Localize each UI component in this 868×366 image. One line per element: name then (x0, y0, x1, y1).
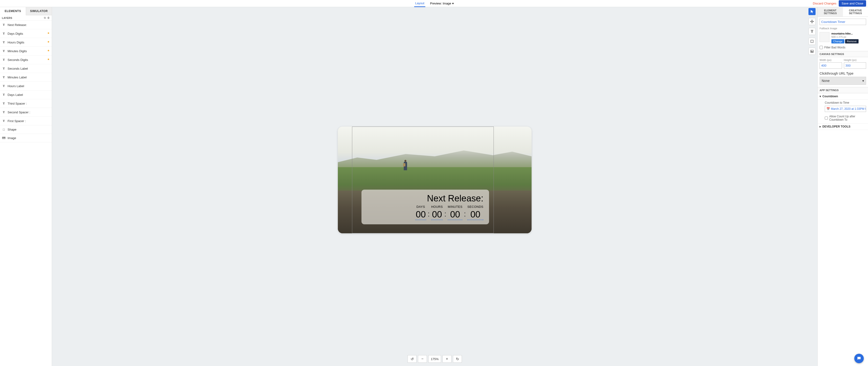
topbar: Layout Preview: Image ▾ Discard Changes … (0, 0, 868, 7)
zoom-in-button[interactable]: + (442, 355, 452, 363)
text-tool[interactable]: T (808, 28, 815, 35)
counter-unit[interactable]: HOURS00 (431, 205, 443, 220)
zoom-percent[interactable]: 175% (428, 355, 441, 363)
height-input[interactable] (844, 62, 866, 69)
countdown-accordion[interactable]: ▾ Countdown (818, 93, 868, 100)
layer-label: Hours Label (7, 84, 50, 88)
layout-tab[interactable]: Layout (414, 0, 425, 7)
image-icon (2, 136, 6, 140)
layer-item[interactable]: □Shape (0, 125, 52, 134)
text-icon: T (2, 40, 6, 44)
counter-unit[interactable]: MINUTES00 (448, 205, 462, 220)
fallback-dimensions: 500 x 275 px (831, 35, 866, 38)
counter-unit[interactable]: SECONDS00 (467, 205, 484, 220)
layer-item[interactable]: TSeconds Digits (0, 56, 52, 64)
discard-changes-button[interactable]: Discard Changes (813, 2, 837, 5)
text-icon: T (2, 110, 6, 114)
layer-label: Shape (7, 128, 50, 131)
text-icon: T (2, 75, 6, 79)
layer-item[interactable]: THours Digits (0, 38, 52, 47)
image-tool[interactable] (808, 48, 815, 55)
layer-item[interactable]: TSecond Spacer : (0, 108, 52, 117)
tab-creative-settings[interactable]: CREATIVE SETTINGS (843, 7, 868, 17)
save-and-close-button[interactable]: Save and Close (839, 0, 866, 7)
layer-item[interactable]: TThird Spacer : (0, 99, 52, 108)
zoom-out-button[interactable]: − (418, 355, 427, 363)
unit-digits[interactable]: 00 (415, 209, 426, 220)
topbar-actions: Discard Changes Save and Close (813, 0, 866, 7)
layer-item[interactable]: TDays Digits (0, 29, 52, 38)
text-icon: T (2, 84, 6, 88)
svg-point-1 (3, 137, 3, 138)
layer-label: Minutes Digits (7, 49, 45, 53)
move-tool[interactable] (808, 18, 815, 25)
width-input[interactable] (819, 62, 842, 69)
remove-image-button[interactable]: Remove (845, 39, 859, 43)
text-icon: T (2, 93, 6, 97)
countdown-date-value: March 27, 2020 at 1:33PM UTC -05 (831, 107, 866, 110)
layer-label: First Spacer : (7, 119, 50, 123)
layer-label: Image (7, 136, 50, 140)
layer-label: Second Spacer : (7, 110, 50, 114)
hiker-figure (404, 162, 407, 170)
svg-rect-6 (858, 358, 860, 359)
shape-tool[interactable] (808, 38, 815, 45)
creative-name-input[interactable] (819, 19, 866, 25)
change-image-button[interactable]: Change (831, 39, 844, 43)
rotate-right-button[interactable]: ↻ (453, 355, 462, 363)
canvas-area: Next Release: DAYS00:HOURS00:MINUTES00:S… (52, 7, 817, 366)
layer-item[interactable]: Image (0, 134, 52, 142)
fallback-thumbnail[interactable] (819, 32, 830, 42)
unit-label: MINUTES (448, 205, 462, 208)
caret-down-icon: ▾ (862, 79, 864, 82)
countdown-date-input[interactable]: 📅 March 27, 2020 at 1:33PM UTC -05 (825, 106, 866, 112)
tab-element-settings[interactable]: ELEMENT SETTINGS (818, 7, 843, 17)
caret-down-icon: ▾ (452, 2, 454, 5)
canvas-tool-strip: T (808, 8, 815, 55)
filter-bad-words-checkbox[interactable] (819, 46, 823, 49)
unit-digits[interactable]: 00 (431, 209, 443, 220)
layer-item[interactable]: TDays Label (0, 91, 52, 99)
duplicate-icon[interactable]: ⧉ (44, 16, 46, 20)
headline-text[interactable]: Next Release: (367, 193, 484, 204)
allow-countup-checkbox[interactable] (825, 117, 828, 120)
dynamic-badge-icon (47, 41, 50, 44)
unit-label: DAYS (415, 205, 426, 208)
select-tool[interactable] (808, 8, 815, 15)
svg-point-4 (811, 51, 812, 51)
separator: : (464, 205, 466, 219)
countdown-overlay[interactable]: Next Release: DAYS00:HOURS00:MINUTES00:S… (362, 190, 489, 224)
chat-fab[interactable] (854, 354, 864, 363)
svg-rect-2 (811, 40, 813, 43)
unit-digits[interactable]: 00 (467, 209, 484, 220)
counter-unit[interactable]: DAYS00 (415, 205, 426, 220)
height-label: Height (px) (844, 59, 866, 61)
rotate-left-button[interactable]: ↺ (407, 355, 416, 363)
dynamic-badge-icon (47, 49, 50, 53)
allow-countup-row[interactable]: Allow Count Up after Countdown To (818, 114, 868, 123)
canvas-frame[interactable]: Next Release: DAYS00:HOURS00:MINUTES00:S… (338, 127, 532, 233)
separator: : (428, 205, 430, 219)
layer-label: Minutes Label (7, 75, 50, 79)
unit-digits[interactable]: 00 (448, 209, 462, 220)
delete-icon[interactable]: 🗑 (47, 16, 50, 20)
clickthrough-select[interactable]: None ▾ (819, 77, 866, 85)
tab-simulator[interactable]: SIMULATOR (26, 7, 52, 15)
left-tabs: ELEMENTS SIMULATOR (0, 7, 52, 15)
developer-tools-accordion[interactable]: ▸ DEVELOPER TOOLS (818, 123, 868, 130)
width-label: Width (px) (819, 59, 842, 61)
layer-item[interactable]: TMinutes Label (0, 73, 52, 82)
filter-bad-words-check[interactable]: Filter Bad Words (818, 45, 868, 51)
layer-item[interactable]: TNext Release: (0, 21, 52, 29)
layer-item[interactable]: TSeconds Label (0, 64, 52, 73)
layer-item[interactable]: TFirst Spacer : (0, 117, 52, 125)
canvas-viewport[interactable]: Next Release: DAYS00:HOURS00:MINUTES00:S… (52, 7, 817, 353)
preview-dropdown[interactable]: Preview: Image ▾ (430, 2, 454, 5)
tab-elements[interactable]: ELEMENTS (0, 7, 26, 15)
layer-item[interactable]: THours Label (0, 82, 52, 91)
shape-icon: □ (2, 128, 6, 131)
counter-row: DAYS00:HOURS00:MINUTES00:SECONDS00 (367, 205, 484, 220)
layer-item[interactable]: TMinutes Digits (0, 47, 52, 56)
layer-label: Third Spacer : (7, 102, 50, 105)
dynamic-badge-icon (47, 32, 50, 35)
